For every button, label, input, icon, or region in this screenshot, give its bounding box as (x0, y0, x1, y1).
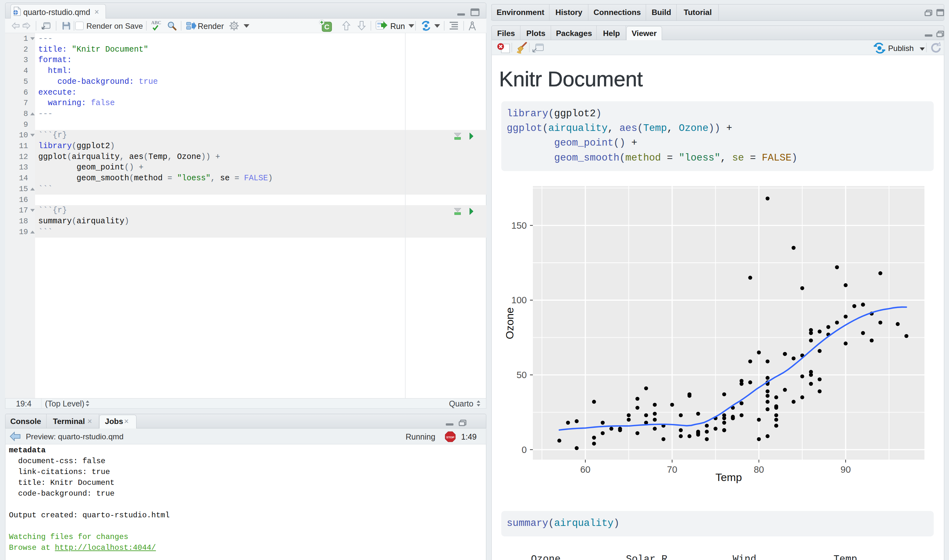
svg-text:STOP: STOP (446, 435, 454, 439)
svg-text:80: 80 (754, 465, 764, 475)
svg-text:Temp: Temp (715, 471, 742, 483)
svg-text:70: 70 (667, 465, 677, 475)
svg-text:0: 0 (522, 445, 527, 455)
svg-text:150: 150 (511, 220, 527, 231)
svg-text:100: 100 (511, 295, 527, 305)
svg-text:ABC: ABC (151, 20, 161, 25)
svg-text:50: 50 (517, 370, 527, 380)
svg-text:Ozone: Ozone (503, 308, 515, 339)
svg-text:60: 60 (580, 465, 590, 475)
svg-text:C: C (324, 23, 329, 31)
svg-text:90: 90 (841, 465, 851, 475)
